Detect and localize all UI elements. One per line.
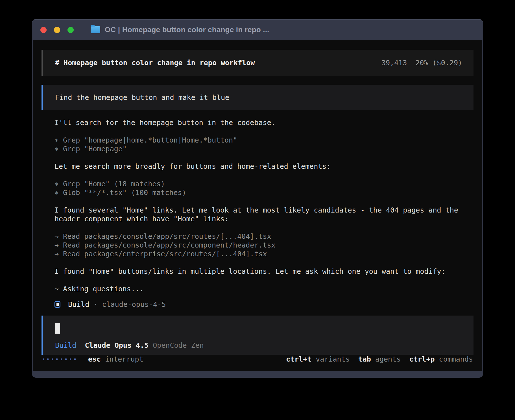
input-model-name: Claude Opus 4.5 — [85, 341, 149, 350]
zoom-button[interactable] — [67, 27, 74, 33]
input-meta-row: Build Claude Opus 4.5 OpenCode Zen — [55, 341, 462, 350]
terminal-window: OC | Homepage button color change in rep… — [32, 19, 483, 378]
shortcut-label: commands — [435, 355, 473, 364]
build-agent-icon — [54, 301, 60, 308]
tool-call-line: ∗ Grep "Homepage" — [54, 145, 463, 153]
shortcut-hints-right: ctrl+t variantstab agentsctrl+p commands — [286, 355, 473, 364]
shortcut-label: variants — [311, 355, 350, 364]
tool-call-list: → Read packages/console/app/src/routes/[… — [54, 232, 463, 258]
terminal-content: # Homepage button color change in repo w… — [33, 40, 482, 371]
shortcut-hint-ctrl-t: ctrl+t variants — [286, 355, 350, 364]
input-agent-mode: Build — [55, 341, 76, 350]
build-agent-icon-inner — [56, 303, 59, 306]
folder-icon — [91, 26, 100, 33]
spinner-dot — [43, 358, 44, 360]
session-stats: 39,413 20% ($0.29) — [381, 58, 462, 67]
session-header-block: # Homepage button color change in repo w… — [42, 50, 473, 76]
session-title: # Homepage button color change in repo w… — [55, 58, 255, 67]
agent-model: claude-opus-4-5 — [102, 300, 166, 309]
agent-line: Build · claude-opus-4-5 — [54, 300, 463, 309]
spinner-dot — [47, 358, 49, 360]
shortcut-key: tab — [358, 355, 371, 364]
agent-name: Build — [68, 300, 89, 309]
shortcut-hint-tab: tab agents — [358, 355, 401, 364]
assistant-paragraph: I'll search for the homepage button in t… — [54, 118, 463, 127]
shortcut-hint-esc: esc interrupt — [88, 355, 143, 364]
user-message-block: Find the homepage button and make it blu… — [42, 85, 473, 110]
spinner-dot — [61, 358, 62, 360]
conversation: I'll search for the homepage button in t… — [42, 118, 473, 309]
window-title: OC | Homepage button color change in rep… — [105, 25, 269, 34]
prompt-input-block[interactable]: Build Claude Opus 4.5 OpenCode Zen — [42, 316, 473, 355]
status-bar: esc interrupt ctrl+t variantstab agentsc… — [42, 355, 473, 364]
shortcut-hint-ctrl-p: ctrl+p commands — [409, 355, 473, 364]
tool-call-list: ∗ Grep "homepage|home.*button|Home.*butt… — [54, 136, 463, 153]
token-count: 39,413 — [381, 59, 407, 67]
close-button[interactable] — [40, 27, 47, 33]
window-titlebar: OC | Homepage button color change in rep… — [32, 19, 483, 40]
tool-call-line: → Read packages/console/app/src/componen… — [54, 241, 463, 250]
tool-call-line: → Read packages/console/app/src/routes/[… — [54, 232, 463, 241]
assistant-paragraph: Let me search more broadly for buttons a… — [54, 162, 463, 171]
spinner-dot — [65, 358, 67, 360]
session-cost: ($0.29) — [433, 59, 462, 67]
tool-call-line: ∗ Grep "Home" (18 matches) — [54, 180, 463, 188]
input-provider-name: OpenCode Zen — [153, 341, 204, 350]
traffic-lights — [40, 27, 74, 33]
shortcut-label: interrupt — [101, 355, 143, 364]
spinner-dot — [70, 358, 71, 360]
agent-separator: · — [89, 300, 102, 309]
spinner-dot — [74, 358, 76, 360]
tool-call-list: ∗ Grep "Home" (18 matches)∗ Glob "**/*.t… — [54, 180, 463, 197]
spinner-dot — [56, 358, 58, 360]
tool-call-line: → Read packages/enterprise/src/routes/[.… — [54, 250, 463, 258]
text-cursor — [55, 323, 60, 334]
tool-call-line: ∗ Glob "**/*.tsx" (100 matches) — [54, 188, 463, 197]
shortcut-key: ctrl+t — [286, 355, 311, 364]
assistant-paragraph: I found "Home" buttons/links in multiple… — [54, 267, 463, 276]
working-status-line: ~ Asking questions... — [54, 285, 463, 293]
assistant-paragraph: I found several "Home" links. Let me loo… — [54, 206, 463, 223]
user-message-text: Find the homepage button and make it blu… — [55, 93, 229, 102]
shortcut-hints-left: esc interrupt — [88, 355, 143, 364]
context-percent: 20% — [415, 59, 428, 67]
spinner-dot — [52, 358, 53, 360]
tool-call-line: ∗ Grep "homepage|home.*button|Home.*butt… — [54, 136, 463, 145]
shortcut-label: agents — [371, 355, 401, 364]
spinner-dots — [43, 358, 76, 360]
shortcut-key: esc — [88, 355, 101, 364]
shortcut-key: ctrl+p — [409, 355, 435, 364]
minimize-button[interactable] — [54, 27, 60, 33]
